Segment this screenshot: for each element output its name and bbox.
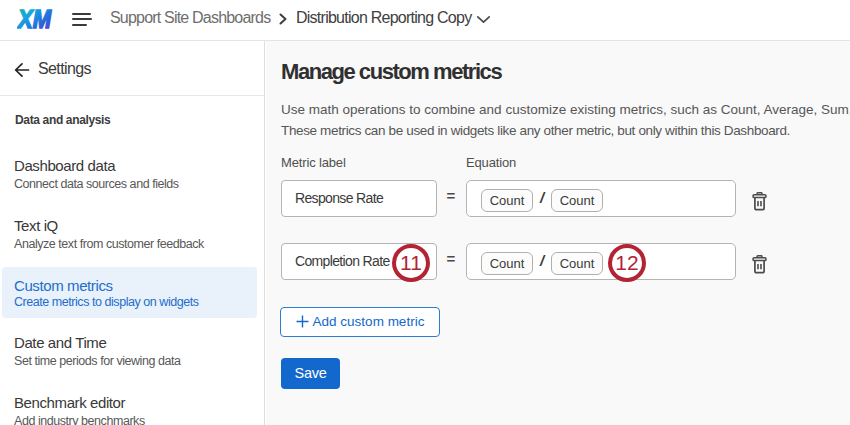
- svg-text:XM: XM: [17, 5, 52, 33]
